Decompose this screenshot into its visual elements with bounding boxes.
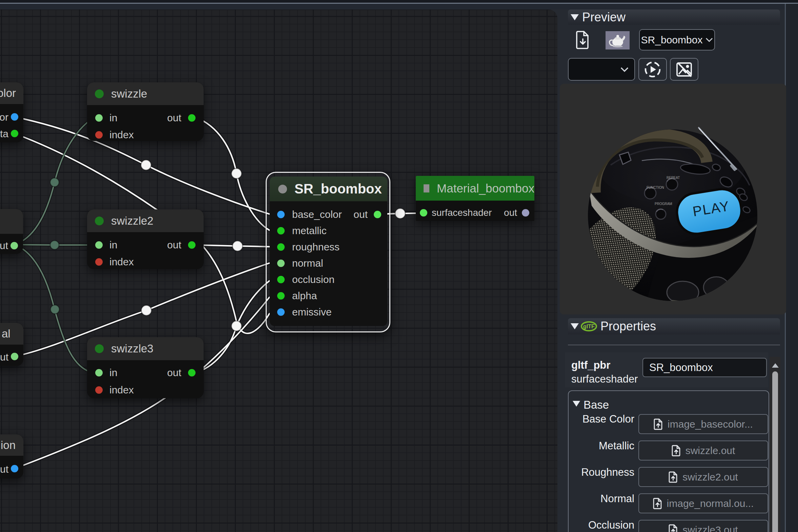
svg-text:REPEAT: REPEAT xyxy=(666,176,680,179)
svg-text:PROGRAM: PROGRAM xyxy=(655,202,672,206)
svg-text:glTF: glTF xyxy=(583,324,595,329)
svg-text:FUNCTION: FUNCTION xyxy=(647,186,664,189)
